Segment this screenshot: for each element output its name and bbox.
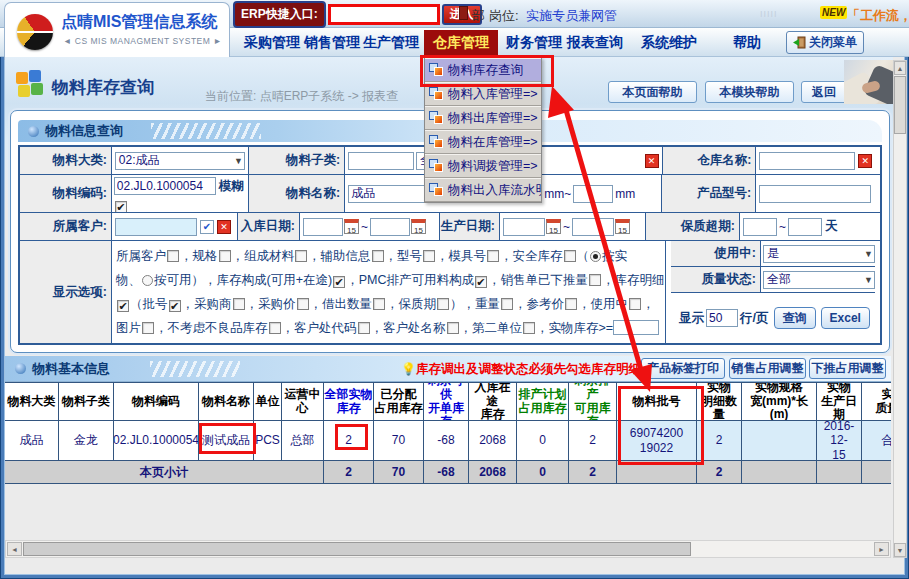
option-checkbox[interactable] [233, 298, 245, 310]
erp-quick-entry-input[interactable] [328, 4, 440, 25]
menu-item-system[interactable]: 系统维护 [641, 34, 697, 52]
inbound-date-from-input[interactable] [303, 218, 343, 236]
option-checkbox[interactable] [589, 274, 601, 286]
customer-input[interactable] [115, 218, 197, 236]
menu-item-reports[interactable]: 报表查询 [567, 34, 623, 52]
page-help-button[interactable]: 本页面帮助 [608, 81, 697, 103]
material-subclass-input[interactable] [348, 152, 414, 170]
col-header[interactable]: 单位 [254, 383, 282, 421]
horizontal-scroll-thumb[interactable] [23, 542, 691, 556]
calendar-icon[interactable]: 15 [546, 219, 561, 234]
col-header[interactable]: 入库在途 库存 [469, 383, 517, 421]
dropdown-item-outbound[interactable]: 物料出库管理=> [425, 106, 541, 130]
clear-warehouse-icon[interactable]: ✕ [858, 154, 872, 168]
col-header[interactable]: 运营中心 [282, 383, 324, 421]
col-header[interactable]: 物料编码 [114, 383, 199, 421]
menu-item-help[interactable]: 帮助 [733, 34, 761, 52]
col-header[interactable]: 剩余可供 开单库存 [424, 383, 469, 421]
scroll-right-arrow[interactable]: ► [874, 542, 889, 556]
option-checkbox[interactable] [167, 250, 179, 262]
fuzzy-checkbox[interactable]: ✔ [115, 201, 127, 212]
push-occupy-adjust-button[interactable]: 下推占用调整 [809, 358, 886, 379]
calendar-icon[interactable]: 15 [615, 219, 630, 234]
sales-occupy-adjust-button[interactable]: 销售占用调整 [729, 358, 806, 379]
option-checkbox[interactable] [447, 322, 459, 334]
option-checkbox[interactable]: ✔ [333, 276, 345, 288]
spec-length-input[interactable] [573, 185, 613, 203]
scroll-down-arrow[interactable]: ▼ [894, 543, 906, 557]
close-menu-button[interactable]: 关闭菜单 [786, 31, 864, 54]
option-checkbox[interactable] [269, 322, 281, 334]
col-header[interactable]: 排产计划 占用库存 [517, 383, 569, 421]
option-checkbox[interactable] [219, 250, 231, 262]
option-checkbox[interactable] [423, 250, 435, 262]
table-row[interactable]: 成品 金龙 02.JL0.1000054 测试成品 PCS 总部 2 70 -6… [5, 421, 891, 461]
calendar-icon[interactable]: 15 [411, 219, 426, 234]
clear-customer-icon[interactable]: ✕ [217, 220, 231, 234]
product-label-print-button[interactable]: 产品标签打印 [641, 358, 725, 379]
option-checkbox[interactable] [501, 298, 513, 310]
option-checkbox[interactable]: ✔ [475, 276, 487, 288]
shelf-from-input[interactable] [743, 218, 777, 236]
query-button[interactable]: 查询 [774, 307, 816, 329]
production-date-to-input[interactable] [572, 218, 614, 236]
vertical-scrollbar[interactable]: ▲ ▼ [893, 60, 907, 558]
clear-subclass-icon[interactable]: ✕ [645, 154, 659, 168]
menu-item-finance[interactable]: 财务管理 [506, 34, 562, 52]
shelf-to-input[interactable] [788, 218, 822, 236]
option-checkbox[interactable] [373, 298, 385, 310]
option-checkbox[interactable] [523, 322, 535, 334]
col-header[interactable]: 已分配 占用库存 [374, 383, 424, 421]
material-code-input[interactable] [114, 177, 216, 195]
menu-item-warehouse[interactable]: 仓库管理 [424, 30, 498, 56]
scroll-left-arrow[interactable]: ◄ [7, 542, 22, 556]
module-help-button[interactable]: 本模块帮助 [705, 81, 794, 103]
dropdown-item-instock[interactable]: 物料在库管理=> [425, 130, 541, 154]
scroll-up-arrow[interactable]: ▲ [894, 61, 906, 75]
menu-item-production[interactable]: 生产管理 [363, 34, 419, 52]
col-header[interactable]: 实物 质量状 [862, 383, 891, 421]
option-radio[interactable] [142, 275, 153, 286]
option-checkbox[interactable] [437, 298, 449, 310]
excel-button[interactable]: Excel [821, 307, 870, 329]
option-radio[interactable] [590, 251, 601, 262]
rows-per-page-input[interactable] [706, 309, 738, 327]
option-checkbox[interactable] [372, 250, 384, 262]
option-checkbox[interactable] [295, 250, 307, 262]
menu-item-sales[interactable]: 销售管理 [304, 34, 360, 52]
production-date-from-input[interactable] [503, 218, 545, 236]
option-checkbox[interactable] [297, 298, 309, 310]
material-category-select[interactable]: 02:成品 ▼ [115, 152, 245, 170]
dropdown-item-flow-detail[interactable]: 物料出入库流水明 [425, 178, 541, 202]
option-checkbox[interactable] [629, 298, 641, 310]
inbound-date-to-input[interactable] [370, 218, 410, 236]
quality-status-select[interactable]: 全部 ▼ [763, 271, 875, 289]
option-checkbox[interactable]: ✔ [169, 300, 181, 312]
in-use-select[interactable]: 是 ▼ [763, 245, 875, 263]
product-model-input[interactable] [759, 185, 871, 203]
dropdown-item-transfer[interactable]: 物料调拨管理=> [425, 154, 541, 178]
option-checkbox[interactable]: ✔ [117, 300, 129, 312]
col-header[interactable]: 实物规格 宽(mm)*长(m) [742, 383, 817, 421]
calendar-icon[interactable]: 15 [344, 219, 359, 234]
vertical-scroll-thumb[interactable] [894, 76, 906, 134]
col-header[interactable]: 物料大类 [5, 383, 59, 421]
physical-stock-threshold-input[interactable] [613, 320, 659, 335]
col-header[interactable]: 实物 生产日期 [817, 383, 862, 421]
back-button[interactable]: 返回 [801, 81, 847, 103]
option-checkbox[interactable] [564, 250, 576, 262]
option-checkbox[interactable] [142, 322, 154, 334]
col-header[interactable]: 剩余排产 可用库存 [569, 383, 617, 421]
option-checkbox[interactable] [358, 322, 370, 334]
col-header[interactable]: 全部实物 库存 [324, 383, 374, 421]
option-checkbox[interactable] [565, 298, 577, 310]
dropdown-item-inventory-query[interactable]: 物料库存查询 [425, 58, 541, 82]
horizontal-scrollbar[interactable]: ◄ ► [5, 540, 891, 558]
option-checkbox[interactable] [487, 250, 499, 262]
warehouse-input[interactable] [759, 152, 855, 170]
col-header[interactable]: 物料名称 [199, 383, 254, 421]
col-header-batch[interactable]: 物料批号 [617, 383, 697, 421]
dropdown-item-inbound[interactable]: 物料入库管理=> [425, 82, 541, 106]
customer-picker-icon[interactable]: ✔ [200, 220, 214, 234]
menu-item-purchase[interactable]: 采购管理 [244, 34, 300, 52]
